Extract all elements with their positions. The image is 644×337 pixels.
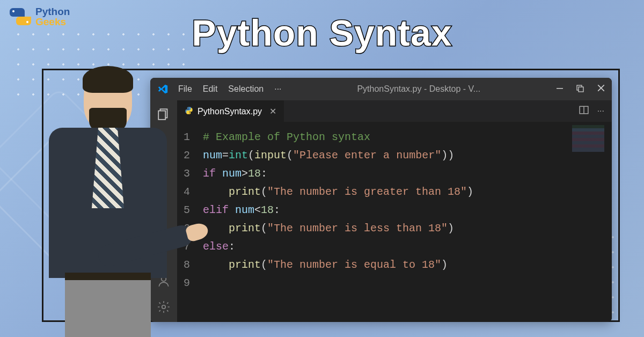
code-line: 4 print("The number is greater than 18") xyxy=(177,183,612,201)
code-line: 8 print("The number is equal to 18") xyxy=(177,256,612,274)
menu-bar: File Edit Selection ··· xyxy=(178,84,282,94)
minimize-icon[interactable] xyxy=(556,84,564,95)
code-line: 5 elif num<18: xyxy=(177,201,612,219)
tab-active[interactable]: PythonSyntax.py ✕ xyxy=(177,100,284,122)
editor-area: PythonSyntax.py ✕ ··· 1 # Example of Pyt… xyxy=(177,100,612,322)
tab-bar: PythonSyntax.py ✕ ··· xyxy=(177,100,612,122)
page-title: Python Syntax xyxy=(192,12,452,54)
split-editor-icon[interactable] xyxy=(579,105,589,117)
code-line: 3 if num>18: xyxy=(177,165,612,183)
minimap[interactable] xyxy=(572,125,604,152)
python-logo-icon xyxy=(10,8,31,25)
code-line: 6 print("The number is less than 18") xyxy=(177,219,612,238)
menu-selection[interactable]: Selection xyxy=(228,84,264,94)
vscode-window: File Edit Selection ··· PythonSyntax.py … xyxy=(150,78,612,322)
presenter-figure xyxy=(30,69,186,337)
menu-edit[interactable]: Edit xyxy=(203,84,218,94)
svg-rect-2 xyxy=(579,87,583,92)
brand-logo-top: Python xyxy=(35,6,70,17)
tab-close-icon[interactable]: ✕ xyxy=(269,106,276,116)
titlebar: File Edit Selection ··· PythonSyntax.py … xyxy=(150,78,612,100)
python-file-icon xyxy=(185,106,193,116)
svg-rect-0 xyxy=(557,88,563,89)
menu-more[interactable]: ··· xyxy=(274,84,281,94)
code-editor[interactable]: 1 # Example of Python syntax 2 num=int(i… xyxy=(177,122,612,322)
brand-logo-text: Python Geeks xyxy=(35,6,70,27)
tab-filename: PythonSyntax.py xyxy=(197,107,262,116)
window-controls xyxy=(556,84,605,95)
brand-logo-bottom: Geeks xyxy=(35,17,70,27)
code-line: 1 # Example of Python syntax xyxy=(177,128,612,146)
editor-more-icon[interactable]: ··· xyxy=(597,106,604,116)
code-line: 2 num=int(input("Please enter a number")… xyxy=(177,146,612,165)
brand-logo: Python Geeks xyxy=(10,6,70,27)
close-icon[interactable] xyxy=(597,84,605,95)
maximize-icon[interactable] xyxy=(576,84,584,95)
code-line: 7 else: xyxy=(177,238,612,256)
code-line: 9 xyxy=(177,274,612,292)
window-title: PythonSyntax.py - Desktop - V... xyxy=(291,84,546,94)
